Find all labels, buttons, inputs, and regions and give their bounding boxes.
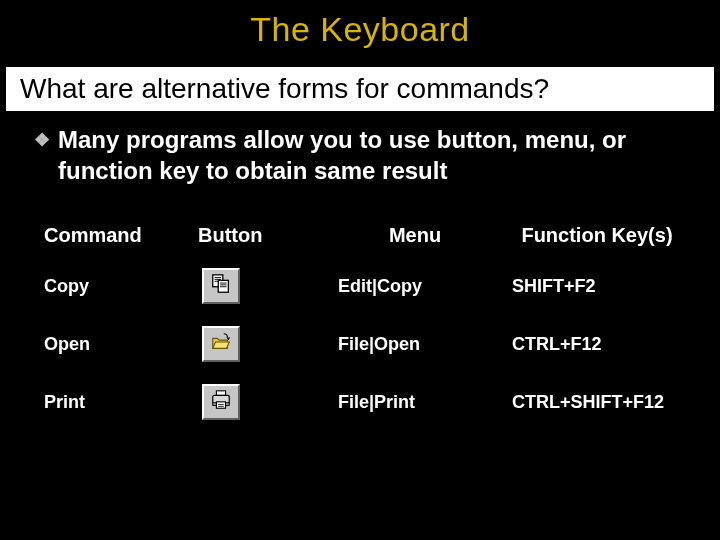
cell-command: Print	[30, 386, 190, 419]
slide-subtitle: What are alternative forms for commands?	[6, 67, 714, 111]
diamond-bullet-icon: ❖	[34, 129, 50, 152]
slide-title: The Keyboard	[0, 0, 720, 67]
bullet-text: Many programs allow you to use button, m…	[58, 125, 668, 186]
print-button[interactable]	[202, 384, 240, 420]
table-header-row: Command Button Menu Function Key(s)	[30, 216, 690, 258]
table-row: Print File|Print CTRL+SHIFT+F12	[30, 374, 690, 432]
print-icon	[209, 389, 233, 416]
open-button[interactable]	[202, 326, 240, 362]
cell-menu: Edit|Copy	[330, 270, 500, 303]
copy-button[interactable]	[202, 268, 240, 304]
col-header-menu: Menu	[330, 218, 500, 253]
cell-fkey: CTRL+SHIFT+F12	[500, 386, 690, 419]
col-header-fkey: Function Key(s)	[500, 218, 690, 253]
svg-rect-9	[216, 391, 225, 396]
cell-button	[190, 262, 330, 310]
table-row: Open File|Open CTRL+F12	[30, 316, 690, 374]
cell-fkey: CTRL+F12	[500, 328, 690, 361]
bullet-item: ❖ Many programs allow you to use button,…	[0, 125, 720, 186]
cell-command: Copy	[30, 270, 190, 303]
cell-fkey: SHIFT+F2	[500, 270, 690, 303]
cell-button	[190, 378, 330, 426]
cell-menu: File|Print	[330, 386, 500, 419]
table-row: Copy Edit|Copy SHIFT+F2	[30, 258, 690, 316]
svg-rect-12	[216, 402, 225, 408]
cell-button	[190, 320, 330, 368]
cell-menu: File|Open	[330, 328, 500, 361]
open-icon	[209, 331, 233, 358]
col-header-button: Button	[190, 218, 330, 253]
commands-table: Command Button Menu Function Key(s) Copy	[30, 214, 690, 432]
copy-icon	[209, 273, 233, 300]
col-header-command: Command	[30, 218, 190, 253]
cell-command: Open	[30, 328, 190, 361]
